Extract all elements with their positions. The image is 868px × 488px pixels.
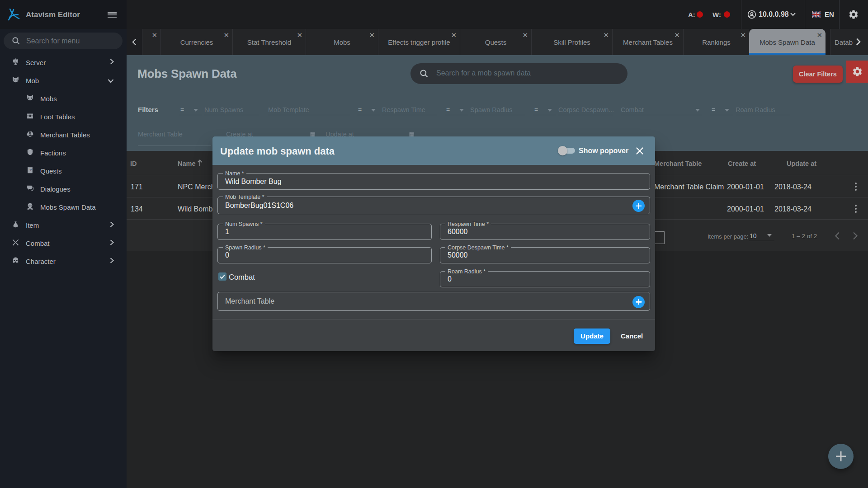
svg-text:?: ? xyxy=(29,168,32,172)
